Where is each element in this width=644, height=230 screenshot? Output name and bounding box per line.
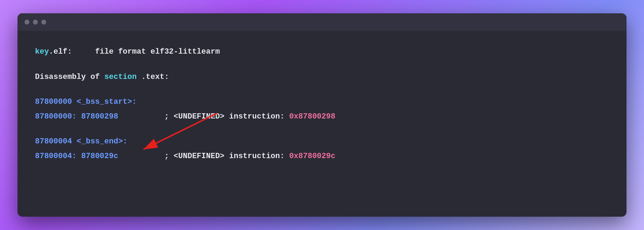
bss-start-addr: 87800000: <box>35 110 81 124</box>
file-format-line: key.elf: file format elf32-littlearm <box>35 45 609 59</box>
disassembly-suffix: .text: <box>136 70 169 84</box>
bss-start-label: 87800000 <_bss_start>: <box>35 95 609 109</box>
bss-end-hex: 0x8780029c <box>289 149 335 163</box>
maximize-button[interactable] <box>41 20 46 25</box>
bss-end-addr: 87800004: <box>35 149 81 163</box>
terminal-content: key.elf: file format elf32-littlearm Dis… <box>18 31 626 178</box>
bss-end-addr-label: 87800004 <_bss_end>: <box>35 135 127 149</box>
disassembly-prefix: Disassembly of <box>35 70 104 84</box>
bss-end-value: 8780029c <box>81 149 118 163</box>
key-text: key <box>35 45 49 59</box>
disassembly-line: Disassembly of section .text: <box>35 70 609 84</box>
bss-start-comment: ; <UNDEFINED> instruction: <box>118 110 289 124</box>
terminal-window: key.elf: file format elf32-littlearm Dis… <box>18 13 626 217</box>
bss-start-addr-label: 87800000 <_bss_start>: <box>35 95 136 109</box>
section-keyword: section <box>104 70 136 84</box>
title-bar <box>18 13 626 31</box>
bss-end-comment: ; <UNDEFINED> instruction: <box>118 149 289 163</box>
file-format-text: .elf: file format elf32-littlearm <box>49 45 220 59</box>
bss-end-label: 87800004 <_bss_end>: <box>35 135 609 149</box>
bss-end-instruction: 87800004: 8780029c ; <UNDEFINED> instruc… <box>35 149 609 163</box>
minimize-button[interactable] <box>33 20 38 25</box>
close-button[interactable] <box>24 20 29 25</box>
bss-start-instruction: 87800000: 87800298 ; <UNDEFINED> instruc… <box>35 110 609 124</box>
bss-start-hex: 0x87800298 <box>289 110 335 124</box>
bss-start-value: 87800298 <box>81 110 118 124</box>
